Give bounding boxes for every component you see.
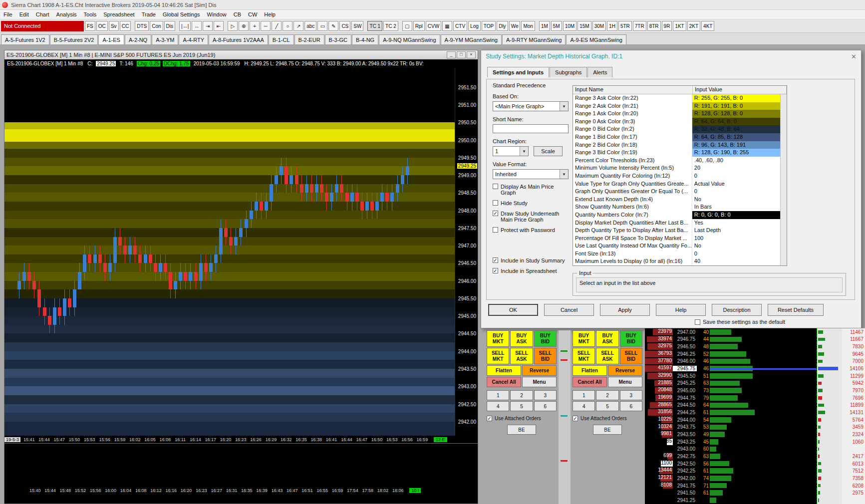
- cancel-all-button-1[interactable]: Cancel All: [487, 377, 521, 387]
- cvw-button[interactable]: CVW: [426, 21, 441, 31]
- horizontal-line-tool-icon[interactable]: ─: [261, 21, 271, 31]
- price-cell[interactable]: 2946.25: [673, 351, 697, 357]
- price-cell[interactable]: 2944.75: [673, 395, 697, 401]
- price-cell[interactable]: 2945.00: [673, 388, 697, 393]
- settings-row[interactable]: Use Last Quantity Instead Of Max Quantit…: [573, 242, 780, 250]
- checkbox-display-as-main-price-graph[interactable]: Display As Main Price Graph: [493, 184, 569, 196]
- menu-button-2[interactable]: Menu: [608, 377, 642, 387]
- price-cell[interactable]: 2943.00: [673, 446, 697, 452]
- chartbook-tab-a-1-es[interactable]: A-1-ES: [98, 34, 124, 44]
- ok-button[interactable]: OK: [488, 304, 538, 316]
- settings-row[interactable]: Graph Only Quantities Greater Or Equal T…: [573, 188, 780, 196]
- timeframe-30m[interactable]: 30M: [592, 21, 606, 31]
- help-button[interactable]: Help: [656, 304, 706, 316]
- price-cell[interactable]: 2942.50: [673, 461, 697, 467]
- based-on-dropdown[interactable]: <Main Price Graph> ▼: [493, 101, 569, 111]
- menu-item-window[interactable]: Window: [204, 10, 230, 18]
- depth-row[interactable]: 134442942.25617512: [645, 467, 865, 475]
- checkbox-icon[interactable]: [493, 200, 498, 206]
- timeframe-1m[interactable]: 1M: [539, 21, 550, 31]
- bar-spacing-icon[interactable]: ↔: [192, 21, 202, 31]
- timeframe-10m[interactable]: 10M: [563, 21, 577, 31]
- breakeven-button-2[interactable]: BE: [593, 425, 622, 435]
- quantity-preset-1-1[interactable]: 1: [487, 390, 509, 400]
- depth-row[interactable]: 208482945.00737970: [645, 387, 865, 394]
- checkbox-include-in-spreadsheet[interactable]: ✓Include in Spreadsheet: [493, 268, 569, 274]
- description-button[interactable]: Description: [712, 304, 762, 316]
- daily-button[interactable]: Dly: [497, 21, 508, 31]
- ctv-button[interactable]: CTV: [453, 21, 467, 31]
- price-cell[interactable]: 2944.50: [673, 402, 697, 408]
- chart-canvas[interactable]: [4, 68, 455, 436]
- timeframe-7tr[interactable]: 7TR: [633, 21, 646, 31]
- scroll-to-begin-icon[interactable]: ⇤: [214, 21, 224, 31]
- menu-item-help[interactable]: Help: [261, 10, 279, 18]
- breakeven-button-1[interactable]: BE: [507, 425, 536, 435]
- checkbox-icon[interactable]: [695, 319, 700, 325]
- reverse-button-1[interactable]: Reverse: [522, 365, 557, 376]
- depth-row[interactable]: 196992944.75797696: [645, 394, 865, 402]
- menu-item-analysis[interactable]: Analysis: [53, 10, 80, 18]
- chartbook-tab-b-4-ng[interactable]: B-4-NG: [352, 34, 378, 44]
- flatten-button-2[interactable]: Flatten: [573, 365, 607, 376]
- depth-row[interactable]: 318562944.256114131: [645, 409, 865, 416]
- settings-row[interactable]: Quantity Numbers Color (In:7)R: 0, G: 0,…: [573, 211, 780, 219]
- depth-row[interactable]: 102252944.00545764: [645, 416, 865, 424]
- chartbook-tab-a-8-futures-1v2aaa[interactable]: A-8-Futures 1V2AAA: [209, 34, 268, 44]
- sell-mkt-button-2[interactable]: SELL MKT: [573, 348, 595, 364]
- dialog-title-bar[interactable]: Study Settings: Market Depth Historical …: [481, 50, 861, 62]
- price-cell[interactable]: 2941.50: [673, 490, 697, 496]
- use-attached-orders-checkbox-1[interactable]: ✓Use Attached Orders: [487, 416, 557, 421]
- menu-item-edit[interactable]: Edit: [16, 10, 32, 18]
- price-cell[interactable]: 2942.25: [673, 468, 697, 474]
- save-default-checkbox[interactable]: Save these settings as the default: [695, 319, 785, 325]
- scale-button[interactable]: Scale: [534, 146, 563, 156]
- chartbook-tab-a-4-rty[interactable]: A-4-RTY: [179, 34, 208, 44]
- cs-button[interactable]: CS: [339, 21, 350, 31]
- chartbook-tab-b-5-futures-2v2[interactable]: B-5-Futures 2V2: [50, 34, 98, 44]
- dts-button[interactable]: DTS: [135, 21, 149, 31]
- settings-row[interactable]: Range 2 Ask Color (In:21)R: 191, G: 191,…: [573, 102, 780, 110]
- cc-button[interactable]: CC: [120, 21, 131, 31]
- timeframe-5tr[interactable]: 5TR: [618, 21, 632, 31]
- checkbox-icon[interactable]: [493, 184, 498, 189]
- cross-tool-icon[interactable]: +: [250, 21, 260, 31]
- dialog-tab-subgraphs[interactable]: Subgraphs: [550, 67, 587, 77]
- sell-ask-button-2[interactable]: SELL ASK: [596, 348, 618, 364]
- settings-row[interactable]: Value Type for Graph Only Quantities Gre…: [573, 180, 780, 188]
- timeframe-1h[interactable]: 1H: [607, 21, 617, 31]
- depth-row[interactable]: 415972945.754614106: [645, 365, 865, 372]
- quantity-preset-2-1[interactable]: 2: [510, 390, 533, 400]
- buy-ask-button-1[interactable]: BUY ASK: [510, 330, 533, 347]
- checkbox-icon[interactable]: ✓: [493, 211, 498, 216]
- chart-region-dropdown[interactable]: 1 ▼: [493, 146, 529, 156]
- price-cell[interactable]: 2944.00: [673, 417, 697, 423]
- quantity-preset-6-2[interactable]: 6: [620, 401, 642, 411]
- chartbook-tab-a-9-ym-mgannswing[interactable]: A-9-YM MGannSwing: [441, 34, 502, 44]
- settings-row[interactable]: Display Market Depth Quantities After La…: [573, 219, 780, 227]
- chartbook-tab-a-5-futures-1v2[interactable]: A-5-Futures 1V2: [1, 34, 49, 44]
- tc1-button[interactable]: TC 1: [367, 21, 382, 31]
- depth-row[interactable]: 329902945.505111299: [645, 372, 865, 380]
- cancel-all-button-2[interactable]: Cancel All: [573, 377, 607, 387]
- replay-button[interactable]: Rpl: [413, 21, 425, 31]
- checkbox-icon[interactable]: ✓: [487, 416, 492, 421]
- sell-mkt-button-1[interactable]: SELL MKT: [487, 348, 509, 364]
- timeframe-1kt[interactable]: 1KT: [673, 21, 686, 31]
- timeframe-15m[interactable]: 15M: [577, 21, 591, 31]
- price-cell[interactable]: 2942.00: [673, 476, 697, 481]
- fs-button[interactable]: FS: [85, 21, 95, 31]
- cancel-button[interactable]: Cancel: [544, 304, 594, 316]
- checkbox-protect-with-password[interactable]: Protect with Password: [493, 227, 569, 233]
- depth-row[interactable]: 81082941.75716208: [645, 482, 865, 490]
- dialog-tab-alerts[interactable]: Alerts: [587, 67, 612, 77]
- menu-item-tools[interactable]: Tools: [80, 10, 100, 18]
- menu-item-chart[interactable]: Chart: [32, 10, 53, 18]
- settings-row[interactable]: Range 1 Bid Color (In:17)R: 64, G: 85, B…: [573, 133, 780, 141]
- rectangle-tool-icon[interactable]: ▭: [317, 21, 327, 31]
- quantity-preset-5-1[interactable]: 5: [510, 401, 533, 411]
- timeframe-9r[interactable]: 9R: [662, 21, 672, 31]
- settings-row[interactable]: Maximum Quantity For Coloring (In:12)0: [573, 172, 780, 180]
- price-cell[interactable]: 2941.75: [673, 483, 697, 489]
- chartbook-tab-a-2-nq[interactable]: A-2-NQ: [125, 34, 151, 44]
